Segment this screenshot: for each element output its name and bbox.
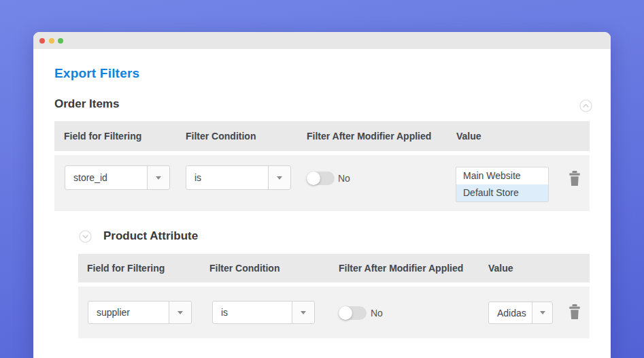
- column-header-condition: Filter Condition: [209, 254, 279, 282]
- value-option-main-website[interactable]: Main Website: [456, 167, 548, 184]
- section-title-product-attribute: Product Attribute: [103, 229, 198, 243]
- modifier-toggle-label: No: [371, 306, 383, 320]
- column-header-condition: Filter Condition: [186, 121, 256, 151]
- field-select-value: store_id: [65, 166, 147, 189]
- value-select[interactable]: Adidas: [488, 302, 553, 324]
- field-select[interactable]: store_id: [65, 165, 170, 190]
- trash-icon: [569, 304, 580, 319]
- field-select-value: supplier: [88, 302, 169, 323]
- chevron-down-icon[interactable]: [169, 302, 191, 323]
- toggle-knob: [307, 172, 320, 185]
- column-header-modifier: Filter After Modifier Applied: [339, 254, 463, 282]
- window-titlebar: [33, 32, 611, 49]
- condition-select[interactable]: is: [186, 165, 291, 190]
- modifier-toggle-label: No: [338, 172, 350, 185]
- maximize-window-icon[interactable]: [58, 38, 63, 44]
- collapse-section-icon[interactable]: [579, 99, 592, 112]
- value-listbox[interactable]: Main Website Default Store: [456, 167, 549, 202]
- trash-icon: [569, 171, 580, 186]
- close-window-icon[interactable]: [39, 38, 45, 44]
- condition-select-value: is: [213, 302, 292, 323]
- section-title-order-items: Order Items: [54, 97, 119, 111]
- expand-section-icon[interactable]: [79, 230, 92, 243]
- column-header-modifier: Filter After Modifier Applied: [307, 121, 431, 151]
- product-attribute-table-header: Field for Filtering Filter Condition Fil…: [78, 254, 590, 282]
- column-header-field: Field for Filtering: [64, 121, 141, 151]
- product-attribute-filter-row: supplier is No Adidas: [78, 287, 590, 338]
- modifier-toggle[interactable]: [339, 306, 367, 320]
- order-items-table-header: Field for Filtering Filter Condition Fil…: [54, 121, 590, 151]
- delete-filter-button[interactable]: [569, 171, 580, 188]
- chevron-down-icon[interactable]: [147, 166, 169, 189]
- toggle-knob: [339, 306, 352, 320]
- column-header-field: Field for Filtering: [87, 254, 165, 282]
- field-select[interactable]: supplier: [88, 301, 192, 324]
- page-title: Export Filters: [54, 66, 139, 81]
- chevron-down-icon[interactable]: [268, 166, 290, 189]
- column-header-value: Value: [488, 254, 513, 282]
- condition-select-value: is: [186, 166, 268, 189]
- condition-select[interactable]: is: [212, 301, 315, 324]
- minimize-window-icon[interactable]: [49, 38, 54, 44]
- chevron-down-icon[interactable]: [532, 302, 552, 323]
- order-items-filter-row: store_id is No Main Website Default Stor…: [54, 155, 590, 211]
- column-header-value: Value: [456, 121, 481, 151]
- value-option-default-store[interactable]: Default Store: [456, 184, 548, 201]
- delete-filter-button[interactable]: [569, 304, 580, 321]
- chevron-down-icon[interactable]: [292, 302, 314, 323]
- value-select-value: Adidas: [489, 302, 532, 323]
- modifier-toggle[interactable]: [307, 172, 335, 185]
- app-window: Export Filters Order Items Field for Fil…: [33, 32, 611, 358]
